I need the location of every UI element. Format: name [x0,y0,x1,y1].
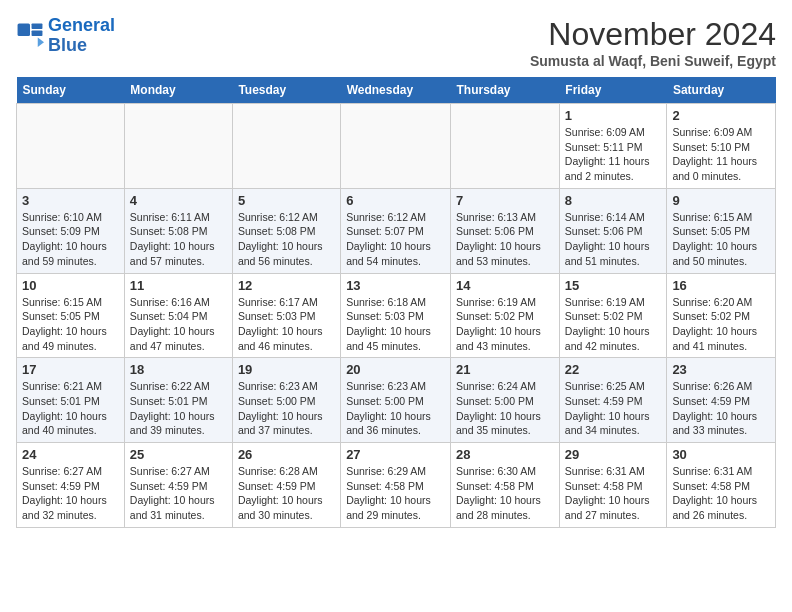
day-info: Sunrise: 6:16 AM Sunset: 5:04 PM Dayligh… [130,295,227,354]
day-number: 2 [672,108,770,123]
day-number: 24 [22,447,119,462]
calendar-cell: 14Sunrise: 6:19 AM Sunset: 5:02 PM Dayli… [451,273,560,358]
day-number: 8 [565,193,662,208]
calendar-cell: 13Sunrise: 6:18 AM Sunset: 5:03 PM Dayli… [341,273,451,358]
calendar-cell: 10Sunrise: 6:15 AM Sunset: 5:05 PM Dayli… [17,273,125,358]
location: Sumusta al Waqf, Beni Suweif, Egypt [530,53,776,69]
day-info: Sunrise: 6:11 AM Sunset: 5:08 PM Dayligh… [130,210,227,269]
calendar-cell: 1Sunrise: 6:09 AM Sunset: 5:11 PM Daylig… [559,104,667,189]
calendar-cell: 26Sunrise: 6:28 AM Sunset: 4:59 PM Dayli… [232,443,340,528]
calendar-cell: 27Sunrise: 6:29 AM Sunset: 4:58 PM Dayli… [341,443,451,528]
day-info: Sunrise: 6:14 AM Sunset: 5:06 PM Dayligh… [565,210,662,269]
calendar-cell: 17Sunrise: 6:21 AM Sunset: 5:01 PM Dayli… [17,358,125,443]
weekday-header: Thursday [451,77,560,104]
calendar-cell [17,104,125,189]
day-info: Sunrise: 6:19 AM Sunset: 5:02 PM Dayligh… [565,295,662,354]
calendar-cell: 15Sunrise: 6:19 AM Sunset: 5:02 PM Dayli… [559,273,667,358]
calendar-cell: 16Sunrise: 6:20 AM Sunset: 5:02 PM Dayli… [667,273,776,358]
day-number: 3 [22,193,119,208]
day-number: 11 [130,278,227,293]
calendar-cell: 18Sunrise: 6:22 AM Sunset: 5:01 PM Dayli… [124,358,232,443]
calendar-cell: 4Sunrise: 6:11 AM Sunset: 5:08 PM Daylig… [124,188,232,273]
day-number: 22 [565,362,662,377]
calendar-cell [124,104,232,189]
day-info: Sunrise: 6:21 AM Sunset: 5:01 PM Dayligh… [22,379,119,438]
day-info: Sunrise: 6:09 AM Sunset: 5:10 PM Dayligh… [672,125,770,184]
calendar-cell: 7Sunrise: 6:13 AM Sunset: 5:06 PM Daylig… [451,188,560,273]
logo-blue: Blue [48,36,115,56]
logo-general: General [48,15,115,35]
day-number: 30 [672,447,770,462]
calendar-week-row: 10Sunrise: 6:15 AM Sunset: 5:05 PM Dayli… [17,273,776,358]
calendar-cell: 3Sunrise: 6:10 AM Sunset: 5:09 PM Daylig… [17,188,125,273]
calendar-cell: 20Sunrise: 6:23 AM Sunset: 5:00 PM Dayli… [341,358,451,443]
svg-rect-1 [18,23,30,35]
calendar-cell: 29Sunrise: 6:31 AM Sunset: 4:58 PM Dayli… [559,443,667,528]
day-info: Sunrise: 6:30 AM Sunset: 4:58 PM Dayligh… [456,464,554,523]
calendar-cell: 23Sunrise: 6:26 AM Sunset: 4:59 PM Dayli… [667,358,776,443]
day-number: 12 [238,278,335,293]
day-info: Sunrise: 6:31 AM Sunset: 4:58 PM Dayligh… [565,464,662,523]
day-number: 17 [22,362,119,377]
day-number: 6 [346,193,445,208]
day-number: 1 [565,108,662,123]
weekday-header: Friday [559,77,667,104]
day-number: 15 [565,278,662,293]
calendar-cell: 12Sunrise: 6:17 AM Sunset: 5:03 PM Dayli… [232,273,340,358]
day-number: 9 [672,193,770,208]
day-number: 4 [130,193,227,208]
calendar-cell: 25Sunrise: 6:27 AM Sunset: 4:59 PM Dayli… [124,443,232,528]
calendar-cell: 30Sunrise: 6:31 AM Sunset: 4:58 PM Dayli… [667,443,776,528]
calendar-week-row: 3Sunrise: 6:10 AM Sunset: 5:09 PM Daylig… [17,188,776,273]
day-number: 29 [565,447,662,462]
calendar-cell: 5Sunrise: 6:12 AM Sunset: 5:08 PM Daylig… [232,188,340,273]
calendar-cell: 11Sunrise: 6:16 AM Sunset: 5:04 PM Dayli… [124,273,232,358]
day-info: Sunrise: 6:19 AM Sunset: 5:02 PM Dayligh… [456,295,554,354]
weekday-header: Monday [124,77,232,104]
calendar-cell: 2Sunrise: 6:09 AM Sunset: 5:10 PM Daylig… [667,104,776,189]
day-info: Sunrise: 6:22 AM Sunset: 5:01 PM Dayligh… [130,379,227,438]
svg-rect-2 [32,23,43,28]
day-number: 19 [238,362,335,377]
day-info: Sunrise: 6:15 AM Sunset: 5:05 PM Dayligh… [22,295,119,354]
day-number: 14 [456,278,554,293]
weekday-header: Tuesday [232,77,340,104]
day-info: Sunrise: 6:23 AM Sunset: 5:00 PM Dayligh… [346,379,445,438]
day-info: Sunrise: 6:31 AM Sunset: 4:58 PM Dayligh… [672,464,770,523]
svg-rect-3 [32,30,43,35]
day-number: 13 [346,278,445,293]
day-info: Sunrise: 6:12 AM Sunset: 5:07 PM Dayligh… [346,210,445,269]
day-number: 26 [238,447,335,462]
calendar-header: SundayMondayTuesdayWednesdayThursdayFrid… [17,77,776,104]
calendar-week-row: 24Sunrise: 6:27 AM Sunset: 4:59 PM Dayli… [17,443,776,528]
weekday-header: Sunday [17,77,125,104]
calendar-cell: 6Sunrise: 6:12 AM Sunset: 5:07 PM Daylig… [341,188,451,273]
calendar-body: 1Sunrise: 6:09 AM Sunset: 5:11 PM Daylig… [17,104,776,528]
day-number: 23 [672,362,770,377]
day-number: 10 [22,278,119,293]
day-info: Sunrise: 6:28 AM Sunset: 4:59 PM Dayligh… [238,464,335,523]
day-info: Sunrise: 6:24 AM Sunset: 5:00 PM Dayligh… [456,379,554,438]
day-info: Sunrise: 6:15 AM Sunset: 5:05 PM Dayligh… [672,210,770,269]
day-info: Sunrise: 6:29 AM Sunset: 4:58 PM Dayligh… [346,464,445,523]
weekday-header: Wednesday [341,77,451,104]
logo-text: General Blue [48,16,115,56]
day-number: 7 [456,193,554,208]
day-info: Sunrise: 6:20 AM Sunset: 5:02 PM Dayligh… [672,295,770,354]
day-number: 27 [346,447,445,462]
day-number: 20 [346,362,445,377]
logo-icon [16,22,44,50]
day-number: 16 [672,278,770,293]
calendar-cell: 21Sunrise: 6:24 AM Sunset: 5:00 PM Dayli… [451,358,560,443]
day-info: Sunrise: 6:10 AM Sunset: 5:09 PM Dayligh… [22,210,119,269]
day-number: 21 [456,362,554,377]
day-number: 18 [130,362,227,377]
day-info: Sunrise: 6:27 AM Sunset: 4:59 PM Dayligh… [22,464,119,523]
calendar-table: SundayMondayTuesdayWednesdayThursdayFrid… [16,77,776,528]
day-info: Sunrise: 6:23 AM Sunset: 5:00 PM Dayligh… [238,379,335,438]
day-number: 28 [456,447,554,462]
day-info: Sunrise: 6:18 AM Sunset: 5:03 PM Dayligh… [346,295,445,354]
day-number: 25 [130,447,227,462]
calendar-cell: 22Sunrise: 6:25 AM Sunset: 4:59 PM Dayli… [559,358,667,443]
calendar-cell: 19Sunrise: 6:23 AM Sunset: 5:00 PM Dayli… [232,358,340,443]
